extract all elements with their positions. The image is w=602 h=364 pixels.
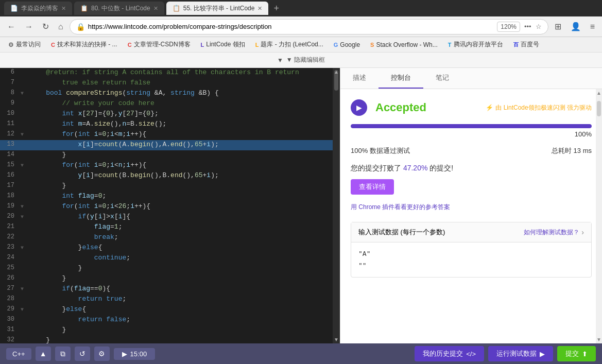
tab-blog-close[interactable]: ✕	[61, 5, 66, 12]
forward-button[interactable]: →	[22, 20, 36, 33]
line-number: 12	[0, 130, 21, 137]
line-number: 15	[0, 161, 21, 168]
back-button[interactable]: ←	[4, 20, 19, 33]
bookmark-tencent[interactable]: T 腾讯内容开放平台	[444, 39, 507, 50]
right-panel-scrollbar[interactable]: ▲ ▼	[596, 89, 602, 343]
fold-arrow[interactable]: ▼	[21, 89, 28, 96]
run-button[interactable]: ▶ 15:00	[114, 348, 156, 360]
tab-lintcode-1[interactable]: 📋 80. 中位数 - LintCode ✕	[74, 2, 164, 15]
expand-button[interactable]: ▶	[351, 99, 367, 116]
bookmark-lintcode[interactable]: L LintCode 领扣	[197, 39, 249, 50]
menu-icon[interactable]: ≡	[587, 20, 598, 33]
code-line: 13 x[i]=count(A.begin(),A.end(),65+i);	[0, 140, 340, 150]
tab-lintcode2-close[interactable]: ✕	[257, 5, 262, 12]
view-detail-button[interactable]: 查看详情	[351, 179, 394, 195]
tab-describe[interactable]: 描述	[340, 68, 379, 89]
result-area: ▶ Accepted ⚡ 由 LintCode领扣极速闪测 强力驱动	[351, 99, 592, 116]
bookmark-frequent[interactable]: ⚙ 最常访问	[4, 39, 45, 50]
scroll-down-arrow[interactable]: ▼	[334, 337, 339, 342]
code-text: }	[28, 336, 50, 343]
bookmark-baidu[interactable]: 百 百度号	[509, 39, 543, 50]
scroll-arrows[interactable]: ▲	[333, 68, 340, 75]
code-line: 9 // write your code here	[0, 99, 340, 109]
bookmark-stackoverflow[interactable]: S Stack Overflow - Wh...	[366, 40, 442, 50]
bookmark-star-icon[interactable]: ☆	[536, 23, 542, 30]
line-number: 13	[0, 141, 21, 148]
fold-arrow[interactable]: ▼	[21, 161, 28, 168]
vertical-scrollbar[interactable]	[333, 68, 340, 343]
line-number: 6	[0, 68, 21, 76]
line-number: 31	[0, 326, 21, 333]
fold-arrow[interactable]: ▼	[21, 244, 28, 251]
user-icon[interactable]: 👤	[567, 20, 584, 33]
new-tab-button[interactable]: +	[270, 3, 282, 14]
title-bar: 📄 李焱焱的博客 ✕ 📋 80. 中位数 - LintCode ✕ 📋 55. …	[0, 0, 602, 16]
settings-button[interactable]: ⚙	[94, 346, 110, 361]
more-icon[interactable]: •••	[524, 23, 531, 30]
fold-arrow[interactable]: ▼	[21, 130, 28, 137]
tab-lintcode-2[interactable]: 📋 55. 比较字符串 - LintCode ✕	[166, 2, 269, 15]
hide-editor-chevron: ▼	[277, 57, 283, 64]
chrome-plugin-text[interactable]: 用 Chrome 插件看看更好的参考答案	[351, 203, 592, 212]
language-selector[interactable]: C++	[6, 348, 31, 360]
run-test-button[interactable]: 运行测试数据 ▶	[488, 346, 553, 361]
reload-button[interactable]: ↻	[39, 20, 52, 33]
panel-scroll-down[interactable]: ▼	[596, 337, 601, 342]
test-data-body: "A" ""	[351, 242, 591, 277]
code-line: 22 break;	[0, 233, 340, 243]
fold-arrow[interactable]: ▼	[21, 305, 28, 313]
panel-scroll-thumb[interactable]	[597, 101, 601, 116]
line-number: 22	[0, 233, 21, 240]
test-data-header-label: 输入测试数据 (每行一个参数)	[358, 228, 445, 237]
scroll-down-arrow-container[interactable]: ▼	[333, 337, 340, 343]
code-content[interactable]: 6 @return: if string A contains all of t…	[0, 68, 340, 343]
fold-arrow[interactable]: ▼	[21, 202, 28, 210]
line-number: 21	[0, 223, 21, 230]
fold-arrow	[21, 120, 28, 122]
code-text: bool compareStrings(string &A, string &B…	[28, 89, 219, 97]
submit-button[interactable]: 提交 ⬆	[557, 346, 596, 361]
code-text: }	[28, 182, 66, 189]
tab-notes[interactable]: 笔记	[423, 68, 461, 89]
tab-blog[interactable]: 📄 李焱焱的博客 ✕	[4, 2, 72, 15]
up-button[interactable]: ▲	[36, 346, 51, 361]
code-text: return false;	[28, 316, 130, 323]
copy-button[interactable]: ⧉	[55, 346, 71, 361]
bookmark-csdn-tech[interactable]: C 技术和算法的抉择 - ...	[47, 39, 122, 50]
chevron-right-icon[interactable]: ›	[581, 228, 584, 236]
fold-arrow[interactable]: ▼	[21, 213, 28, 220]
hide-editor-bar[interactable]: ▼ ▼ 隐藏编辑框	[0, 53, 602, 68]
code-line: 6 @return: if string A contains all of t…	[0, 68, 340, 78]
code-text: true else return false	[28, 79, 150, 86]
fold-arrow[interactable]: ▼	[21, 285, 28, 292]
fold-arrow	[21, 171, 28, 173]
test-data-header: 输入测试数据 (每行一个参数) 如何理解测试数据？ ›	[351, 222, 591, 242]
code-line: 7 true else return false	[0, 78, 340, 89]
home-button[interactable]: ⌂	[55, 20, 66, 33]
scroll-up-arrow[interactable]: ▲	[334, 69, 339, 75]
tab-lintcode1-close[interactable]: ✕	[153, 5, 158, 12]
code-text: int m=A.size(),n=B.size();	[28, 120, 166, 128]
progress-bar-container: 100%	[351, 124, 592, 138]
code-text: @return: if string A contains all of the…	[28, 68, 299, 76]
bookmark-google[interactable]: G Google	[330, 40, 364, 50]
code-editor: 6 @return: if string A contains all of t…	[0, 68, 340, 343]
bookmark-csdn-article[interactable]: C 文章管理-CSDN博客	[124, 39, 195, 50]
how-to-link[interactable]: 如何理解测试数据？	[524, 228, 579, 237]
address-input[interactable]	[88, 23, 494, 30]
accepted-label: Accepted	[375, 101, 426, 114]
bookmark-leetcode[interactable]: L 题库 - 力扣 (LeetCod...	[251, 39, 328, 50]
tencent-icon: T	[448, 42, 452, 48]
line-number: 25	[0, 264, 21, 271]
bookmark-csdn-tech-label: 技术和算法的抉择 - ...	[57, 40, 117, 49]
extensions-button[interactable]: ⊞	[552, 20, 564, 33]
panel-scroll-up[interactable]: ▲	[596, 90, 601, 96]
code-line: 25 }	[0, 264, 340, 274]
history-button[interactable]: 我的历史提交 </>	[415, 346, 484, 361]
progress-label: 100%	[351, 130, 592, 138]
code-line: 15▼ for(int i=0;i<n;i++){	[0, 161, 340, 171]
reset-button[interactable]: ↺	[75, 346, 90, 361]
tab-console[interactable]: 控制台	[379, 68, 423, 89]
bookmark-stackoverflow-label: Stack Overflow - Wh...	[376, 41, 437, 48]
zoom-level[interactable]: 120%	[497, 22, 520, 32]
